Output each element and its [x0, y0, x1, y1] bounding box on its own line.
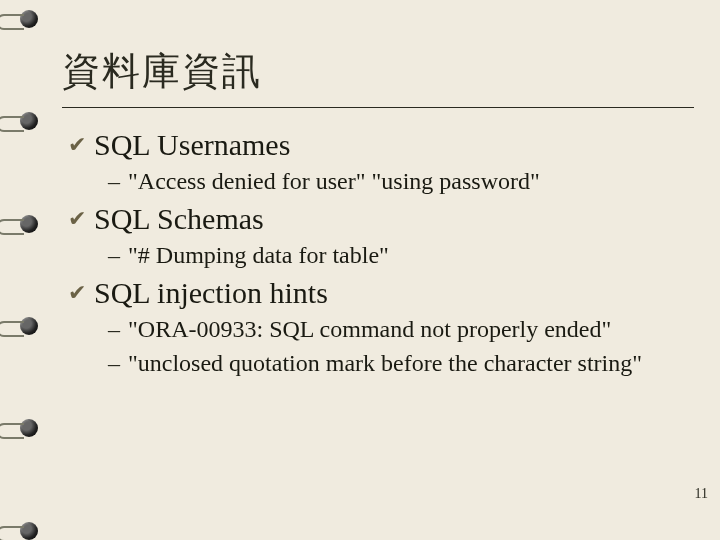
ring-icon: [4, 213, 44, 233]
page-number: 11: [695, 486, 708, 502]
spiral-binding: [0, 0, 48, 540]
subitem-text: "# Dumping data for table": [128, 240, 389, 270]
dash-icon: –: [108, 240, 120, 270]
list-item: ✔ SQL Schemas: [68, 202, 710, 236]
content-body: ✔ SQL Usernames – "Access denied for use…: [62, 128, 710, 378]
subitem-text: "unclosed quotation mark before the char…: [128, 348, 642, 378]
subitem-text: "Access denied for user" "using password…: [128, 166, 540, 196]
list-subitem: – "Access denied for user" "using passwo…: [108, 166, 710, 196]
checkmark-icon: ✔: [68, 128, 86, 162]
list-subitem: – "ORA-00933: SQL command not properly e…: [108, 314, 710, 344]
slide-title: 資料庫資訊: [62, 46, 710, 105]
dash-icon: –: [108, 314, 120, 344]
ring-icon: [4, 110, 44, 130]
list-subitem: – "unclosed quotation mark before the ch…: [108, 348, 710, 378]
subitem-text: "ORA-00933: SQL command not properly end…: [128, 314, 611, 344]
checkmark-icon: ✔: [68, 202, 86, 236]
ring-icon: [4, 520, 44, 540]
section-heading: SQL Usernames: [94, 128, 290, 162]
title-rule: [62, 107, 694, 108]
section-heading: SQL injection hints: [94, 276, 328, 310]
list-item: ✔ SQL injection hints: [68, 276, 710, 310]
list-item: ✔ SQL Usernames: [68, 128, 710, 162]
list-subitem: – "# Dumping data for table": [108, 240, 710, 270]
dash-icon: –: [108, 166, 120, 196]
dash-icon: –: [108, 348, 120, 378]
slide-content: 資料庫資訊 ✔ SQL Usernames – "Access denied f…: [62, 46, 710, 378]
ring-icon: [4, 417, 44, 437]
checkmark-icon: ✔: [68, 276, 86, 310]
ring-icon: [4, 8, 44, 28]
ring-icon: [4, 315, 44, 335]
section-heading: SQL Schemas: [94, 202, 264, 236]
